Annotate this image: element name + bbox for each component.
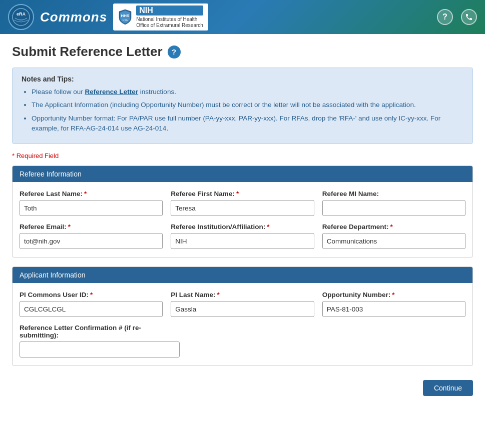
referee-department-label: Referee Department:* (322, 223, 465, 230)
referee-department-input[interactable] (322, 233, 465, 249)
svg-text:HHS: HHS (121, 14, 130, 18)
confirmation-label: Reference Letter Confirmation # (if re-s… (20, 324, 180, 339)
nih-logo: HHS USA NIH National Institutes of Healt… (113, 4, 208, 30)
notes-item-3: Opportunity Number format: For PA/PAR us… (32, 114, 463, 134)
referee-department-group: Referee Department:* (322, 223, 465, 249)
referee-row-2: Referee Email:* Referee Institution/Affi… (20, 223, 465, 249)
phone-header-button[interactable] (461, 9, 477, 25)
nih-badge: NIH (136, 6, 203, 16)
pi-last-name-label: PI Last Name:* (171, 291, 314, 298)
referee-section-header: Referee Information (13, 166, 472, 182)
footer-row: Continue (12, 375, 473, 406)
referee-email-label: Referee Email:* (20, 223, 163, 230)
notes-title: Notes and Tips: (22, 75, 463, 83)
referee-first-name-input[interactable] (171, 200, 314, 216)
referee-last-name-group: Referee Last Name:* (20, 190, 163, 216)
opportunity-number-group: Opportunity Number:* (322, 291, 465, 317)
referee-email-input[interactable] (20, 233, 163, 249)
notes-item-2: The Applicant Information (including Opp… (32, 100, 463, 110)
nih-text: NIH National Institutes of Health Office… (136, 6, 203, 28)
applicant-section-body: PI Commons User ID:* PI Last Name:* Oppo… (13, 283, 472, 366)
referee-last-name-label: Referee Last Name:* (20, 190, 163, 198)
app-header: eRA Commons HHS USA NIH National Institu… (0, 0, 485, 34)
era-logo: eRA (8, 4, 34, 30)
referee-email-group: Referee Email:* (20, 223, 163, 249)
referee-first-name-label: Referee First Name:* (171, 190, 314, 198)
referee-institution-input[interactable] (171, 233, 314, 249)
applicant-section-header: Applicant Information (13, 267, 472, 283)
applicant-section: Applicant Information PI Commons User ID… (12, 266, 473, 366)
referee-mi-label: Referee MI Name: (322, 190, 465, 198)
svg-text:USA: USA (123, 18, 128, 22)
pi-user-id-input[interactable] (20, 301, 163, 317)
main-content: Submit Reference Letter ? Notes and Tips… (0, 34, 485, 416)
help-header-button[interactable]: ? (437, 9, 453, 25)
svg-text:eRA: eRA (17, 12, 26, 16)
page-title-row: Submit Reference Letter ? (12, 44, 473, 60)
referee-first-name-group: Referee First Name:* (171, 190, 314, 216)
opportunity-number-label: Opportunity Number:* (322, 291, 465, 298)
pi-user-id-label: PI Commons User ID:* (20, 291, 163, 298)
applicant-row-1: PI Commons User ID:* PI Last Name:* Oppo… (20, 291, 465, 317)
header-right: ? (437, 9, 477, 25)
referee-institution-group: Referee Institution/Affiliation:* (171, 223, 314, 249)
referee-last-name-input[interactable] (20, 200, 163, 216)
pi-last-name-input[interactable] (171, 301, 314, 317)
opportunity-number-input[interactable] (322, 301, 465, 317)
referee-section: Referee Information Referee Last Name:* … (12, 166, 473, 258)
pi-user-id-group: PI Commons User ID:* (20, 291, 163, 317)
header-left: eRA Commons HHS USA NIH National Institu… (8, 4, 208, 30)
page-help-button[interactable]: ? (168, 46, 181, 58)
confirmation-group: Reference Letter Confirmation # (if re-s… (20, 324, 180, 358)
confirmation-input[interactable] (20, 342, 180, 358)
notes-item-1: Please follow our Reference Letter instr… (32, 87, 463, 97)
notes-list: Please follow our Reference Letter instr… (22, 87, 463, 134)
applicant-row-2: Reference Letter Confirmation # (if re-s… (20, 324, 465, 358)
referee-row-1: Referee Last Name:* Referee First Name:*… (20, 190, 465, 216)
reference-letter-link[interactable]: Reference Letter (85, 88, 139, 96)
referee-mi-input[interactable] (322, 200, 465, 216)
nih-full-name: National Institutes of Health Office of … (136, 16, 203, 28)
pi-last-name-group: PI Last Name:* (171, 291, 314, 317)
referee-mi-group: Referee MI Name: (322, 190, 465, 216)
page-title: Submit Reference Letter (12, 44, 163, 60)
app-name: Commons (40, 10, 107, 25)
hhs-shield-icon: HHS USA (118, 9, 132, 25)
referee-section-body: Referee Last Name:* Referee First Name:*… (13, 182, 472, 257)
notes-box: Notes and Tips: Please follow our Refere… (12, 68, 473, 144)
referee-institution-label: Referee Institution/Affiliation:* (171, 223, 314, 230)
required-note: * Required Field (12, 152, 473, 160)
continue-button[interactable]: Continue (423, 380, 473, 396)
